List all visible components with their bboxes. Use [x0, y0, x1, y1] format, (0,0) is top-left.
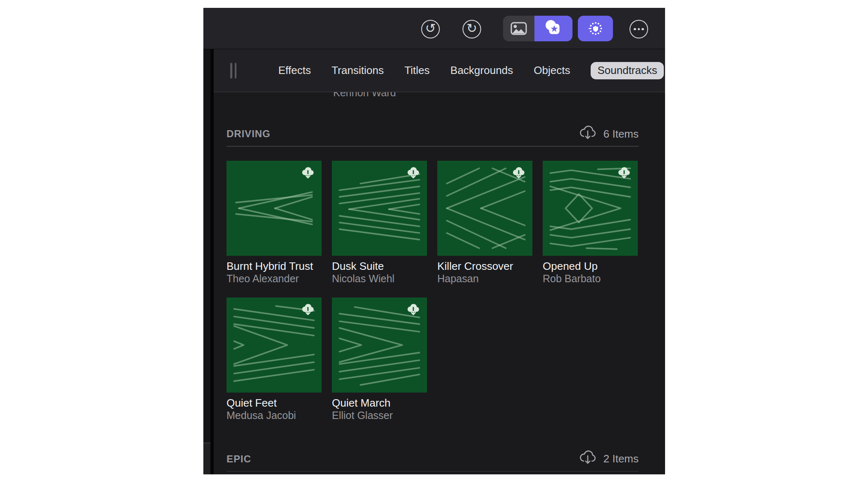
tab-titles[interactable]: Titles [404, 64, 429, 77]
track-artist: Elliot Glasser [332, 410, 427, 421]
soundtracks-panel: EffectsTransitionsTitlesBackgroundsObjec… [214, 49, 665, 474]
more-button[interactable] [630, 20, 648, 38]
photo-media-segment[interactable] [503, 16, 534, 41]
track-card[interactable]: Burnt Hybrid Trust Theo Alexander [227, 161, 322, 284]
track-browser-content: Kennon Ward DRIVING 6 Items Burnt Hybrid… [214, 92, 665, 474]
track-title: Burnt Hybrid Trust [227, 261, 322, 272]
tab-effects[interactable]: Effects [278, 64, 311, 77]
shield-privacy-icon [587, 20, 604, 37]
track-download-button[interactable] [299, 166, 317, 181]
tab-objects[interactable]: Objects [534, 64, 570, 77]
track-title: Dusk Suite [332, 261, 427, 272]
tab-backgrounds[interactable]: Backgrounds [451, 64, 513, 77]
track-title: Quiet Feet [227, 398, 322, 409]
panel-drag-handle[interactable] [230, 63, 236, 79]
section-divider [227, 146, 639, 147]
album-art[interactable] [332, 298, 427, 393]
starred-media-segment[interactable] [534, 16, 572, 41]
track-card[interactable]: Dusk Suite Nicolas Wiehl [332, 161, 427, 284]
more-icon [634, 28, 644, 31]
track-download-button[interactable] [510, 166, 527, 181]
album-art[interactable] [332, 161, 427, 256]
track-download-button[interactable] [615, 166, 633, 181]
left-edge-strip [203, 49, 210, 474]
track-artist: Theo Alexander [227, 273, 322, 284]
track-title: Quiet March [332, 398, 427, 409]
album-art[interactable] [227, 298, 322, 393]
undo-button[interactable]: ↺ [421, 20, 440, 38]
strip-bottom-segment [203, 443, 210, 475]
track-artist: Hapasan [437, 273, 532, 284]
track-card[interactable]: Quiet March Elliot Glasser [332, 298, 427, 421]
clipped-track-artist: Kennon Ward [333, 92, 396, 99]
album-art[interactable] [543, 161, 638, 256]
toolbar: ↺ ↻ [203, 8, 665, 49]
section-header: DRIVING 6 Items [227, 125, 639, 143]
download-cloud-icon [615, 166, 633, 181]
track-card[interactable]: Opened Up Rob Barbato [543, 161, 638, 284]
download-all-cloud-icon [578, 450, 597, 467]
download-cloud-icon [510, 166, 527, 181]
download-all-button[interactable] [578, 125, 597, 143]
track-title: Killer Crossover [437, 261, 532, 272]
download-all-cloud-icon [578, 125, 597, 142]
section-download-group: 6 Items [578, 125, 639, 143]
app-window: ↺ ↻ [203, 8, 665, 474]
track-card[interactable]: Killer Crossover Hapasan [437, 161, 532, 284]
track-artist: Nicolas Wiehl [332, 273, 427, 284]
browser-area: EffectsTransitionsTitlesBackgroundsObjec… [203, 49, 665, 474]
redo-button[interactable]: ↻ [463, 20, 481, 38]
track-title: Opened Up [543, 261, 638, 272]
track-card[interactable]: Quiet Feet Medusa Jacobi [227, 298, 322, 421]
starred-media-icon [544, 19, 563, 38]
download-all-button[interactable] [578, 450, 597, 468]
download-cloud-icon [299, 302, 317, 317]
panel-separator [210, 49, 214, 474]
category-tab-bar: EffectsTransitionsTitlesBackgroundsObjec… [214, 49, 665, 92]
album-art[interactable] [227, 161, 322, 256]
album-art[interactable] [437, 161, 532, 256]
download-cloud-icon [405, 302, 422, 317]
section-divider [227, 471, 639, 472]
download-cloud-icon [405, 166, 422, 181]
privacy-shield-button[interactable] [578, 16, 613, 41]
page-background: ↺ ↻ [0, 0, 868, 488]
redo-icon: ↻ [467, 22, 477, 35]
section-item-count: 2 Items [603, 452, 639, 465]
section-title: EPIC [227, 453, 251, 465]
tab-transitions[interactable]: Transitions [331, 64, 384, 77]
track-artist: Rob Barbato [543, 273, 638, 284]
tab-soundtracks[interactable]: Soundtracks [591, 62, 664, 79]
track-download-button[interactable] [405, 166, 422, 181]
section-download-group: 2 Items [578, 450, 639, 468]
track-artist: Medusa Jacobi [227, 410, 322, 421]
section-header: EPIC 2 Items [227, 450, 639, 468]
download-cloud-icon [299, 166, 317, 181]
photo-media-icon [510, 22, 527, 35]
undo-icon: ↺ [425, 22, 436, 35]
section-item-count: 6 Items [603, 128, 639, 140]
track-download-button[interactable] [299, 302, 317, 317]
media-mode-segmented-control [503, 16, 572, 41]
track-download-button[interactable] [405, 302, 422, 317]
track-grid: Burnt Hybrid Trust Theo Alexander Dusk S… [227, 161, 639, 421]
section-title: DRIVING [227, 128, 270, 140]
